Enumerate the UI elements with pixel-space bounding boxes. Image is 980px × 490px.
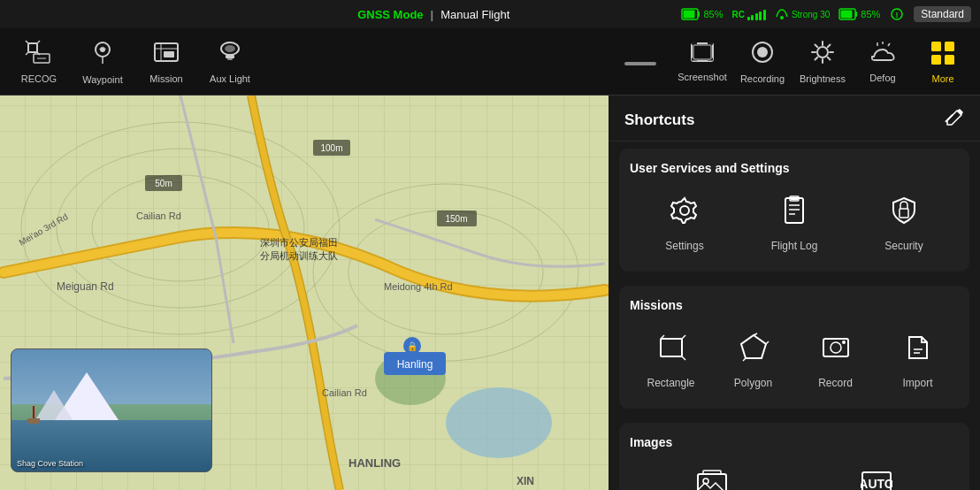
toolbar-item-mission[interactable]: Mission (134, 32, 198, 92)
battery1-status: 85% (681, 8, 723, 20)
battery1-percent: 85% (703, 9, 723, 19)
screenshot-label: Screenshot (678, 72, 727, 82)
more-icon (930, 40, 956, 70)
svg-line-12 (26, 52, 28, 55)
svg-point-98 (831, 342, 841, 353)
user-services-section: User Services and Settings Settings (619, 149, 969, 272)
settings-label: Settings (665, 240, 703, 252)
rectangle-label: Rectangle (647, 377, 694, 389)
section-item-polygon[interactable]: Polygon (712, 325, 794, 396)
toolbar-item-screenshot[interactable]: Screenshot (672, 32, 732, 92)
toolbar-item-defog[interactable]: Defog (853, 32, 913, 92)
svg-point-3 (780, 16, 784, 19)
import-icon (902, 332, 934, 370)
polygon-label: Polygon (734, 377, 772, 389)
section-item-import[interactable]: Import (877, 325, 959, 396)
svg-line-40 (828, 57, 831, 59)
flightlog-label: Flight Log (771, 240, 818, 252)
svg-rect-6 (841, 11, 853, 19)
screenshot-icon (690, 42, 715, 68)
toolbar-item-recording[interactable]: Recording (732, 32, 792, 92)
svg-text:XIN: XIN (517, 475, 534, 487)
images-items: Gallery AUTO Auto (630, 462, 959, 490)
svg-line-91 (682, 335, 685, 339)
svg-rect-87 (791, 197, 798, 200)
recog-label: RECOG (21, 73, 57, 84)
warning-icon: ! (889, 8, 905, 20)
svg-text:Hanling: Hanling (397, 358, 433, 371)
svg-rect-47 (945, 42, 954, 51)
section-item-settings[interactable]: Settings (630, 188, 739, 259)
record-label: Record (818, 377, 853, 389)
standard-mode-button[interactable]: Standard (914, 6, 971, 22)
rectangle-icon (655, 332, 687, 370)
svg-rect-48 (931, 55, 941, 65)
svg-line-42 (815, 57, 818, 59)
svg-text:Mei'ao 3rd Rd: Mei'ao 3rd Rd (18, 211, 70, 248)
toolbar-item-brightness[interactable]: Brightness (792, 32, 853, 92)
svg-text:🔒: 🔒 (407, 341, 418, 352)
svg-rect-102 (698, 474, 726, 490)
svg-rect-89 (661, 339, 682, 356)
security-icon (888, 195, 920, 233)
flightlog-icon (778, 195, 810, 233)
recording-icon (750, 40, 775, 70)
user-services-title: User Services and Settings (630, 161, 959, 175)
recording-label: Recording (740, 73, 785, 84)
section-item-record[interactable]: Record (794, 325, 877, 396)
bar3 (755, 13, 758, 20)
defog-icon (869, 41, 897, 69)
section-item-flightlog[interactable]: Flight Log (739, 188, 849, 259)
missions-title: Missions (630, 298, 959, 312)
svg-text:分局机动训练大队: 分局机动训练大队 (260, 250, 338, 261)
map-area[interactable]: Hanling 🔒 50m 150m 100m 深圳市公安局福田 分局机动训练大… (0, 96, 609, 490)
svg-rect-24 (226, 55, 234, 58)
svg-point-34 (817, 47, 828, 57)
brightness-icon (810, 40, 835, 70)
user-services-items: Settings Flight Log (630, 188, 959, 259)
gallery-icon (696, 469, 728, 490)
section-item-rectangle[interactable]: Rectangle (630, 325, 712, 396)
bar4 (759, 11, 762, 20)
security-label: Security (884, 240, 923, 252)
svg-line-10 (26, 41, 28, 43)
missions-items: Rectangle Polygon (630, 325, 959, 396)
svg-rect-9 (28, 43, 37, 52)
toolbar-item-recog[interactable]: RECOG (7, 32, 71, 92)
svg-line-41 (828, 44, 831, 47)
polygon-icon (738, 332, 769, 370)
svg-text:100m: 100m (320, 143, 342, 153)
shortcuts-title: Shortcuts (624, 111, 694, 129)
svg-rect-25 (227, 58, 233, 60)
status-bar: GNSS Mode | Manual Flight 85% RC (0, 0, 980, 28)
recog-icon (25, 40, 53, 70)
bar1 (747, 17, 750, 20)
strong-signal-status: Strong 30 (775, 8, 830, 20)
record-mission-icon (820, 332, 852, 370)
waypoint-icon (90, 39, 115, 71)
shortcuts-edit-button[interactable] (945, 108, 964, 132)
auxlight-label: Aux Light (210, 73, 250, 84)
section-item-security[interactable]: Security (849, 188, 959, 259)
svg-rect-31 (693, 45, 711, 59)
bar5 (763, 10, 766, 20)
section-item-auto[interactable]: AUTO Auto (794, 462, 959, 490)
toolbar-item-more[interactable]: More (913, 32, 973, 92)
toolbar: RECOG Waypoint (0, 28, 980, 96)
svg-rect-88 (900, 209, 908, 218)
svg-point-99 (842, 341, 846, 344)
toolbar-item-auxlight[interactable]: Aux Light (198, 32, 262, 92)
drag-handle (624, 62, 656, 65)
section-item-gallery[interactable]: Gallery (630, 462, 794, 490)
svg-text:Cailian Rd: Cailian Rd (322, 387, 367, 398)
thumbnail-label: Shag Cove Station (17, 459, 83, 468)
svg-marker-93 (741, 335, 766, 358)
toolbar-item-waypoint[interactable]: Waypoint (71, 32, 134, 92)
svg-point-23 (225, 45, 235, 52)
status-right-area: 85% RC Strong 30 (681, 6, 971, 22)
rc-signal-status: RC (731, 8, 765, 20)
thumbnail-scene: Shag Cove Station (11, 349, 211, 471)
svg-text:150m: 150m (445, 214, 467, 224)
svg-rect-5 (855, 11, 857, 17)
toolbar-left: RECOG Waypoint (7, 32, 609, 92)
